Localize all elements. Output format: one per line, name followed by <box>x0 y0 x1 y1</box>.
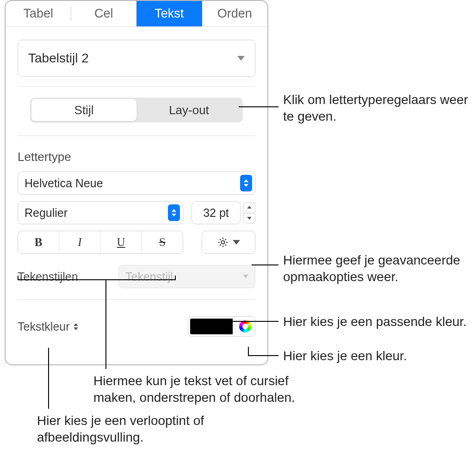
tab-tekst[interactable]: Tekst <box>136 1 202 26</box>
callout-gear: Hiermee geef je geavanceerde opmaakoptie… <box>283 252 473 285</box>
font-controls: Helvetica Neue Regulier 32 pt <box>6 172 267 337</box>
callout-colorwell: Hier kies je een passende kleur. <box>283 314 473 330</box>
seg-layout[interactable]: Lay-out <box>136 99 241 121</box>
italic-button[interactable]: I <box>59 231 100 253</box>
callout-leader <box>248 355 278 356</box>
text-color-popup[interactable]: Tekstkleur <box>18 320 78 333</box>
font-size-field[interactable]: 32 pt <box>192 201 241 224</box>
font-family-value: Helvetica Neue <box>25 177 103 190</box>
bold-button[interactable]: B <box>18 231 59 253</box>
chevron-down-icon <box>243 275 248 278</box>
divider <box>18 135 255 136</box>
color-wheel-icon <box>239 320 251 332</box>
callout-bius: Hiermee kun je tekst vet of cursief make… <box>93 373 329 406</box>
tab-cel[interactable]: Cel <box>71 1 137 26</box>
color-wheel-button[interactable] <box>235 317 255 336</box>
callout-segmented: Klik om lettertyperegelaars weer te geve… <box>283 92 468 125</box>
callout-colorwheel: Hier kies je een kleur. <box>283 348 468 364</box>
paragraph-style-select[interactable]: Tabelstijl 2 <box>18 40 255 77</box>
advanced-options-button[interactable] <box>202 231 255 254</box>
callout-gradient: Hier kies je een verlooptint of afbeeldi… <box>37 412 231 446</box>
updown-icon <box>74 323 78 330</box>
text-color-controls <box>188 316 255 337</box>
updown-icon <box>168 204 180 221</box>
font-family-select[interactable]: Helvetica Neue <box>18 172 255 195</box>
callout-leader <box>48 348 49 409</box>
color-well[interactable] <box>188 317 235 336</box>
font-size-stepper <box>243 202 255 223</box>
inspector-panel: Tabel Cel Tekst Orden Tabelstijl 2 Stijl… <box>5 0 268 365</box>
callout-leader <box>216 321 217 327</box>
callout-bracket <box>18 276 176 280</box>
tab-tabel[interactable]: Tabel <box>6 1 71 26</box>
chevron-down-icon <box>233 240 240 245</box>
updown-icon <box>240 175 252 191</box>
font-size-up[interactable] <box>243 202 255 212</box>
divider <box>18 299 255 300</box>
gear-icon <box>217 236 229 248</box>
top-tabs: Tabel Cel Tekst Orden <box>6 1 267 27</box>
section-lettertype-label: Lettertype <box>18 150 255 164</box>
callout-leader <box>248 347 249 355</box>
text-color-label: Tekstkleur <box>18 320 70 333</box>
font-size-group: 32 pt <box>192 201 255 224</box>
callout-leader <box>216 321 278 322</box>
chevron-down-icon <box>237 56 245 61</box>
paragraph-style-label: Tabelstijl 2 <box>28 51 89 66</box>
seg-stijl[interactable]: Stijl <box>31 99 136 121</box>
segmented-row: Stijl Lay-out <box>6 86 267 135</box>
callout-leader <box>239 106 278 107</box>
svg-point-0 <box>222 241 225 244</box>
font-weight-select[interactable]: Regulier <box>18 201 183 224</box>
callout-leader <box>105 280 106 369</box>
font-size-down[interactable] <box>243 213 255 223</box>
callout-leader <box>252 264 278 265</box>
font-weight-value: Regulier <box>25 206 68 220</box>
segmented-stijl-layout: Stijl Lay-out <box>30 98 243 123</box>
underline-button[interactable]: U <box>101 231 142 253</box>
text-style-group: B I U S <box>18 231 183 254</box>
strikethrough-button[interactable]: S <box>142 231 183 253</box>
tab-orden[interactable]: Orden <box>202 1 268 26</box>
